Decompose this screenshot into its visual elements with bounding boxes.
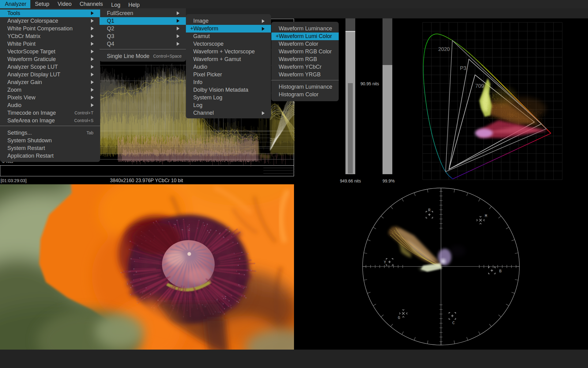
svg-text:R: R	[428, 208, 431, 213]
svg-text:M: M	[485, 214, 487, 218]
svg-text:B: B	[499, 269, 502, 274]
svg-text:Y: Y	[384, 260, 386, 265]
svg-text:2020: 2020	[438, 46, 450, 52]
svg-text:709: 709	[475, 83, 484, 89]
svg-text:G: G	[398, 316, 400, 320]
svg-text:C: C	[452, 321, 455, 325]
svg-text:P3: P3	[460, 65, 466, 71]
